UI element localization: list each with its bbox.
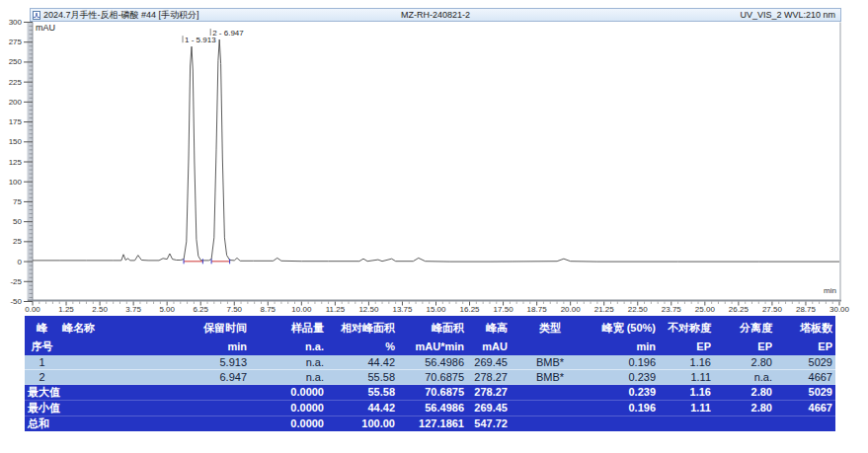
result-cell: 6.947 [163,370,250,385]
svg-text:23.75: 23.75 [662,305,682,314]
svg-text:0: 0 [18,258,23,266]
column-header: EP [714,337,775,355]
svg-text:7.50: 7.50 [226,305,242,314]
summary-cell [659,416,714,432]
svg-text:5.00: 5.00 [159,305,175,314]
result-cell: BMB* [511,370,590,385]
column-header [59,337,163,355]
svg-text:225: 225 [9,78,23,87]
column-header: 峰 [25,316,59,337]
y-axis-unit-label: mAU [36,23,55,33]
svg-text:50: 50 [13,217,22,226]
result-cell: 0.196 [590,355,659,370]
column-header: 不对称度 [659,316,714,337]
summary-cell [163,416,250,432]
chromatogram-plot[interactable]: 3002752502252001751501251007550250-25-50… [0,0,868,314]
column-header: EP [659,337,714,355]
column-header: 保留时间 [163,316,250,337]
result-cell: 278.27 [467,370,511,385]
column-header: 样品量 [250,316,327,337]
summary-row: 最大值0.000055.5870.6875278.270.2391.162.80… [25,385,835,401]
result-cell [59,355,163,370]
summary-cell: 1.11 [659,401,714,416]
svg-text:100: 100 [9,178,23,187]
column-header: 峰名称 [59,316,163,337]
svg-text:3.75: 3.75 [125,305,141,314]
sample-name: MZ-RH-240821-2 [401,10,470,20]
result-cell: 55.58 [327,370,398,385]
result-cell: 0.239 [590,370,659,385]
results-header-row-1: 峰峰名称保留时间样品量相对峰面积峰面积峰高类型峰宽 (50%)不对称度分离度塔板… [25,316,835,337]
result-cell: 70.6875 [398,370,467,385]
svg-text:10.00: 10.00 [291,305,312,314]
summary-cell [775,416,835,432]
column-header: EP [775,337,835,355]
column-header: 序号 [25,337,59,355]
summary-cell: 0.0000 [250,416,327,432]
summary-cell: 269.45 [467,401,511,416]
summary-cell: 278.27 [467,385,511,401]
column-header: % [327,337,398,355]
summary-cell [511,401,590,416]
column-header: 峰面积 [398,316,467,337]
column-header: min [163,337,250,355]
x-axis-unit-label: min [824,286,836,295]
svg-text:18.75: 18.75 [527,305,548,314]
summary-cell: 0.239 [590,385,659,401]
summary-cell [511,416,590,432]
channel-label: UV_VIS_2 WVL:210 nm [740,10,835,20]
column-header: 类型 [511,316,590,337]
column-header: mAU*min [398,337,467,355]
summary-cell: 4667 [775,401,835,416]
result-cell: 1.16 [659,355,714,370]
svg-text:11.25: 11.25 [326,305,346,314]
summary-cell [163,385,250,401]
svg-text:25: 25 [13,237,22,246]
summary-cell: 1.16 [659,385,714,401]
summary-cell: 127.1861 [398,416,467,432]
chromatography-report-view: 3002752502252001751501251007550250-25-50… [0,0,868,453]
summary-label: 最小值 [25,401,163,416]
summary-label: 总和 [25,416,163,432]
svg-text:6.25: 6.25 [193,305,208,314]
column-header: 分离度 [714,316,775,337]
svg-text:300: 300 [9,18,23,27]
summary-label: 最大值 [25,385,163,401]
peak-result-row[interactable]: 26.947n.a.55.5870.6875278.27BMB*0.2391.1… [25,370,835,385]
column-header [511,337,590,355]
svg-text:150: 150 [9,137,23,146]
result-cell [59,370,163,385]
svg-text:-50: -50 [10,297,22,306]
chromatogram-trace [33,39,839,262]
svg-text:2.50: 2.50 [92,305,108,314]
column-header: min [590,337,659,355]
summary-cell [590,416,659,432]
column-header: mAU [467,337,511,355]
summary-cell: 56.4986 [398,401,467,416]
svg-text:21.25: 21.25 [594,305,615,314]
summary-cell [163,401,250,416]
result-cell: 2 [25,370,59,385]
summary-cell: 0.0000 [250,401,327,416]
svg-text:-25: -25 [10,277,22,286]
result-cell: 2.80 [714,355,775,370]
svg-text:26.25: 26.25 [729,305,750,314]
peak-result-row[interactable]: 15.913n.a.44.4256.4986269.45BMB*0.1961.1… [25,355,835,370]
svg-text:75: 75 [13,197,22,206]
result-cell: n.a. [250,355,327,370]
summary-cell: 0.196 [590,401,659,416]
svg-text:125: 125 [9,158,23,167]
result-cell: 1.11 [659,370,714,385]
column-header: n.a. [250,337,327,355]
chromatogram-title-bar[interactable]: 2024.7月手性-反相-磷酸 #44 [手动积分] MZ-RH-240821-… [30,8,841,22]
integration-baselines [184,259,230,264]
result-cell: 44.42 [327,355,398,370]
result-cell: 1 [25,355,59,370]
column-header: 峰宽 (50%) [590,316,659,337]
injection-title: 2024.7月手性-反相-磷酸 #44 [手动积分] [43,9,199,22]
svg-text:175: 175 [9,117,23,126]
summary-cell: 5029 [775,385,835,401]
column-header: 峰高 [467,316,511,337]
summary-cell: 44.42 [327,401,398,416]
svg-text:250: 250 [9,57,23,66]
